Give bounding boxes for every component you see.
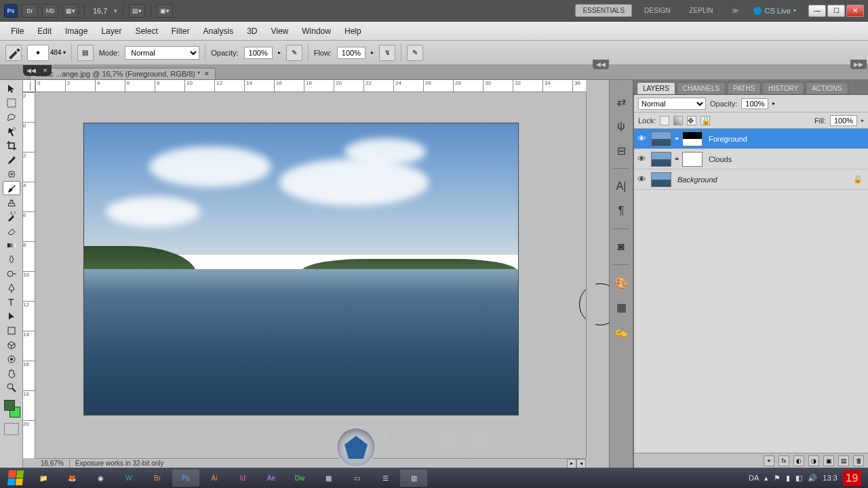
lock-transparent-icon[interactable] (660, 116, 669, 125)
maximize-button[interactable]: ☐ (827, 5, 845, 17)
view-extras-button[interactable]: ▤▾ (129, 4, 145, 18)
menu-view[interactable]: View (265, 24, 294, 39)
pen-tool[interactable] (3, 281, 20, 295)
panel-tab-layers[interactable]: LAYERS (637, 82, 675, 94)
layer-row[interactable]: 👁Background🔒 (634, 169, 868, 190)
zoom-readout[interactable]: 16,67% (35, 459, 70, 468)
tray-network-icon[interactable]: ▮ (786, 474, 790, 483)
taskbar-app-generic1[interactable]: ▦ (315, 469, 342, 487)
adjustment-layer-icon[interactable]: ◑ (808, 455, 819, 466)
vertical-scrollbar[interactable] (586, 92, 595, 458)
menu-image[interactable]: Image (60, 24, 93, 39)
layer-style-icon[interactable]: fx (778, 455, 789, 466)
tool-preset-picker[interactable] (5, 45, 22, 61)
lock-pixels-icon[interactable] (673, 116, 683, 125)
menu-analysis[interactable]: Analysis (197, 24, 239, 39)
move-tool[interactable] (3, 81, 20, 96)
layer-row[interactable]: 👁⚭Foreground (634, 129, 868, 149)
ruler-origin[interactable] (23, 80, 35, 92)
layer-row[interactable]: 👁⚭Clouds (634, 149, 868, 169)
mask-link-icon[interactable]: ⚭ (673, 155, 680, 163)
mask-link-icon[interactable]: ⚭ (673, 135, 680, 142)
panel-tab-history[interactable]: HISTORY (762, 82, 804, 94)
brush-panel-toggle[interactable]: ▤ (77, 45, 94, 61)
styles-panel-icon[interactable]: ⊟ (613, 142, 629, 159)
paragraph-panel-icon[interactable]: ¶ (613, 203, 629, 219)
layer-thumbnail[interactable] (651, 131, 671, 146)
delete-layer-icon[interactable]: 🗑 (853, 455, 864, 466)
menu-layer[interactable]: Layer (96, 24, 127, 39)
arrange-docs-button[interactable]: ▦▾ (62, 4, 79, 18)
toolbox-collapse-flap[interactable]: ◀◀✕ (23, 65, 52, 76)
quick-select-tool[interactable] (3, 124, 20, 138)
workspace-essentials[interactable]: ESSENTIALS (575, 4, 632, 17)
dock-collapse-flap[interactable]: ◀◀ (593, 60, 609, 69)
layer-name[interactable]: Clouds (705, 155, 732, 163)
document-tab[interactable]: basic ...ange.jpg @ 16,7% (Foreground, R… (30, 68, 216, 79)
menu-3d[interactable]: 3D (241, 24, 262, 39)
bridge-button[interactable]: Br (22, 4, 38, 18)
lasso-tool[interactable] (3, 110, 20, 124)
document-canvas[interactable] (84, 123, 518, 415)
character-panel-icon[interactable]: A| (613, 178, 629, 195)
menu-filter[interactable]: Filter (166, 24, 195, 39)
cs-live-button[interactable]: CS Live▾ (749, 7, 800, 15)
shape-tool[interactable] (3, 323, 20, 338)
layer-thumbnail[interactable] (651, 172, 671, 187)
crop-tool[interactable] (3, 138, 20, 152)
blur-tool[interactable] (3, 252, 20, 266)
layer-mask-icon[interactable]: ◐ (793, 455, 804, 466)
lock-all-icon[interactable]: 🔒 (701, 116, 710, 125)
taskbar-app-word[interactable]: W (115, 469, 142, 487)
zoom-tool[interactable] (3, 380, 20, 394)
tray-volume-icon[interactable]: 🔊 (808, 474, 817, 483)
navigator-panel-icon[interactable]: ◙ (613, 239, 629, 255)
vertical-ruler[interactable]: 202468101214161820 (23, 92, 35, 458)
horizontal-ruler[interactable]: 024681012141618202224262830323436 (35, 80, 586, 92)
layer-blend-mode-select[interactable]: Normal (638, 98, 706, 110)
flow-input[interactable] (337, 47, 366, 59)
layer-visibility-icon[interactable]: 👁 (634, 174, 649, 184)
panel-tab-channels[interactable]: CHANNELS (677, 82, 726, 94)
layer-thumbnail[interactable] (651, 152, 671, 167)
taskbar-app-generic4[interactable]: ▥ (400, 469, 427, 487)
workspace-design[interactable]: DESIGN (637, 5, 677, 16)
taskbar-app-firefox[interactable]: 🦊 (58, 469, 85, 487)
layer-mask-thumbnail[interactable] (682, 152, 703, 167)
airbrush-button[interactable]: ↯ (379, 45, 395, 61)
start-button[interactable] (3, 469, 28, 487)
masks-panel-icon[interactable]: ψ (613, 118, 629, 134)
taskbar-app-dreamweaver[interactable]: Dw (286, 469, 313, 487)
zoom-level-display[interactable]: 16,7 (90, 7, 110, 15)
color-panel-icon[interactable]: 🎨 (613, 274, 629, 291)
brush-tool[interactable] (3, 181, 20, 195)
quick-mask-toggle[interactable] (4, 423, 19, 435)
blend-mode-select[interactable]: Normal (125, 46, 199, 60)
panel-collapse-flap[interactable]: ▶▶ (850, 60, 867, 69)
menu-edit[interactable]: Edit (32, 24, 57, 39)
dodge-tool[interactable] (3, 266, 20, 281)
layer-name[interactable]: Foreground (705, 135, 747, 143)
taskbar-app-chrome[interactable]: ◉ (87, 469, 114, 487)
screen-mode-button[interactable]: ▣▾ (157, 4, 173, 18)
menu-help[interactable]: Help (339, 24, 367, 39)
layer-mask-thumbnail[interactable] (682, 131, 703, 146)
close-button[interactable]: ✕ (846, 5, 864, 17)
workspace-zeplin[interactable]: ZEPLIN (682, 5, 719, 16)
taskbar-app-photoshop[interactable]: Ps (172, 469, 199, 487)
eraser-tool[interactable] (3, 224, 20, 238)
menu-file[interactable]: File (5, 24, 29, 39)
taskbar-app-aftereffects[interactable]: Ae (258, 469, 285, 487)
tray-flag-icon[interactable]: ⚑ (774, 474, 781, 483)
taskbar-app-illustrator[interactable]: Ai (201, 469, 228, 487)
type-tool[interactable]: T (3, 295, 20, 309)
3d-tool[interactable] (3, 338, 20, 352)
close-document-icon[interactable]: ✕ (204, 70, 210, 77)
opacity-input[interactable] (244, 47, 273, 59)
clone-stamp-tool[interactable] (3, 195, 20, 209)
lock-position-icon[interactable]: ✥ (687, 116, 696, 125)
adjustments-panel-icon[interactable]: ⇄ (613, 94, 629, 110)
tray-action-icon[interactable]: ◧ (795, 474, 802, 483)
menu-select[interactable]: Select (130, 24, 163, 39)
3d-camera-tool[interactable] (3, 352, 20, 366)
